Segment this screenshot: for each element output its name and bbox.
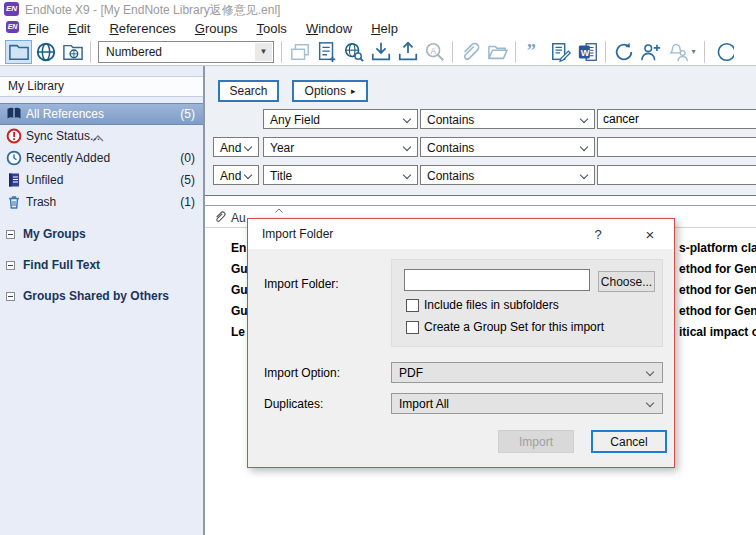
book-icon xyxy=(6,106,22,122)
caret-down-icon: ▾ xyxy=(691,47,695,56)
document-edit-icon xyxy=(550,41,572,63)
search-operator-select-3[interactable]: Contains xyxy=(420,165,595,185)
create-group-set-option[interactable]: Create a Group Set for this import xyxy=(406,320,604,334)
integrated-library-mode-button[interactable] xyxy=(59,40,86,64)
menu-tools[interactable]: Tools xyxy=(257,21,287,36)
dialog-title: Import Folder xyxy=(262,227,333,241)
choose-folder-button[interactable]: Choose... xyxy=(598,271,655,292)
boolean-select-3[interactable]: And xyxy=(213,165,259,185)
help-button[interactable] xyxy=(709,40,736,64)
dialog-help-button[interactable]: ? xyxy=(582,219,614,249)
online-search-mode-button[interactable] xyxy=(32,40,59,64)
author-column-header[interactable]: Au xyxy=(231,211,246,225)
menu-edit[interactable]: Edit xyxy=(68,21,90,36)
find-full-text-button[interactable]: A xyxy=(421,40,448,64)
online-search-button[interactable] xyxy=(340,40,367,64)
collapse-minus-icon[interactable] xyxy=(6,292,15,301)
options-button[interactable]: Options ▸ xyxy=(292,80,368,102)
attach-file-button[interactable] xyxy=(457,40,484,64)
checkbox-unchecked[interactable] xyxy=(406,299,419,312)
sidebar-item-sync-status[interactable]: Sync Status... xyxy=(0,125,203,147)
options-button-label: Options xyxy=(305,84,346,98)
search-term-input-3[interactable] xyxy=(597,165,756,185)
svg-text:A: A xyxy=(430,46,436,55)
dialog-close-button[interactable]: × xyxy=(634,219,666,249)
export-button[interactable] xyxy=(394,40,421,64)
search-term-input-2[interactable] xyxy=(597,137,756,157)
insert-citation-button[interactable]: ” xyxy=(520,40,547,64)
search-operator-select-2[interactable]: Contains xyxy=(420,137,595,157)
menu-window[interactable]: Window xyxy=(306,21,352,36)
checkbox-label: Include files in subfolders xyxy=(424,298,559,312)
reference-count: (5) xyxy=(180,107,195,121)
collapse-minus-icon[interactable] xyxy=(6,261,15,270)
document-plus-icon xyxy=(316,41,338,63)
import-option-select[interactable]: PDF xyxy=(391,362,663,383)
chevron-down-icon xyxy=(580,115,588,123)
clock-icon xyxy=(6,150,22,166)
attachment-column-icon xyxy=(214,210,227,224)
window-title: EndNote X9 - [My EndNote Library返修意见.enl… xyxy=(25,2,280,19)
menu-help[interactable]: Help xyxy=(371,21,398,36)
import-button[interactable] xyxy=(367,40,394,64)
sidebar-item-unfiled[interactable]: Unfiled (5) xyxy=(0,169,203,191)
include-subfolders-option[interactable]: Include files in subfolders xyxy=(406,298,559,312)
toolbar-separator xyxy=(281,41,282,63)
checkbox-unchecked[interactable] xyxy=(406,321,419,334)
person-plus-icon xyxy=(639,41,663,63)
cancel-button[interactable]: Cancel xyxy=(591,430,667,453)
copy-to-local-library-button[interactable] xyxy=(286,40,313,64)
reference-count: (0) xyxy=(180,151,195,165)
output-style-dropdown[interactable]: Numbered ▼ xyxy=(98,41,274,63)
sidebar-group-my-groups[interactable]: My Groups xyxy=(0,224,203,244)
local-library-mode-button[interactable] xyxy=(5,40,32,64)
format-bibliography-button[interactable] xyxy=(547,40,574,64)
sidebar-group-shared-by-others[interactable]: Groups Shared by Others xyxy=(0,286,203,306)
author-cell: Gu xyxy=(231,304,248,318)
svg-text:”: ” xyxy=(526,41,535,61)
sidebar-group-find-full-text[interactable]: Find Full Text xyxy=(0,255,203,275)
chevron-down-icon xyxy=(646,399,654,407)
title-cell: s-platform clas xyxy=(679,241,756,255)
duplicates-select[interactable]: Import All xyxy=(391,393,663,414)
select-value: Contains xyxy=(427,141,474,155)
copy-folders-icon xyxy=(289,42,311,62)
new-reference-button[interactable] xyxy=(313,40,340,64)
dropdown-arrow-icon[interactable]: ▼ xyxy=(255,43,272,61)
search-button[interactable]: Search xyxy=(218,80,279,102)
sidebar-item-label: Sync Status... xyxy=(26,129,100,143)
search-term-input-1[interactable] xyxy=(597,109,756,129)
sidebar-item-trash[interactable]: Trash (1) xyxy=(0,191,203,213)
author-cell: Le xyxy=(231,325,245,339)
library-pane-header[interactable]: My Library xyxy=(0,76,203,97)
sync-button[interactable] xyxy=(610,40,637,64)
search-field-select-2[interactable]: Year xyxy=(263,137,418,157)
menu-references[interactable]: References xyxy=(109,21,175,36)
sort-ascending-icon xyxy=(275,208,283,213)
dialog-title-bar[interactable]: Import Folder ? × xyxy=(248,219,674,249)
sidebar-item-all-references[interactable]: All References (5) xyxy=(0,103,203,125)
cancel-button-label: Cancel xyxy=(610,435,647,449)
go-to-word-button[interactable]: W xyxy=(574,40,601,64)
help-circle-icon xyxy=(712,41,734,63)
chevron-down-icon xyxy=(403,143,411,151)
activity-feed-button[interactable]: ▾ xyxy=(664,40,700,64)
search-operator-select-1[interactable]: Contains xyxy=(420,109,595,129)
boolean-select-2[interactable]: And xyxy=(213,137,259,157)
search-field-select-1[interactable]: Any Field xyxy=(263,109,418,129)
import-button-disabled: Import xyxy=(498,430,574,453)
endnote-window: EN EndNote X9 - [My EndNote Library返修意见.… xyxy=(0,0,756,535)
sidebar-item-recently-added[interactable]: Recently Added (0) xyxy=(0,147,203,169)
bell-person-icon xyxy=(668,41,690,63)
share-library-button[interactable] xyxy=(637,40,664,64)
menu-groups[interactable]: Groups xyxy=(195,21,238,36)
search-field-select-3[interactable]: Title xyxy=(263,165,418,185)
menu-file[interactable]: File xyxy=(28,21,49,36)
app-icon: EN xyxy=(4,2,19,16)
reference-count: (5) xyxy=(180,173,195,187)
collapse-minus-icon[interactable] xyxy=(6,230,15,239)
select-value: And xyxy=(220,169,241,183)
chevron-down-icon xyxy=(244,171,252,179)
import-folder-path-input[interactable] xyxy=(404,269,590,291)
open-file-button[interactable] xyxy=(484,40,511,64)
